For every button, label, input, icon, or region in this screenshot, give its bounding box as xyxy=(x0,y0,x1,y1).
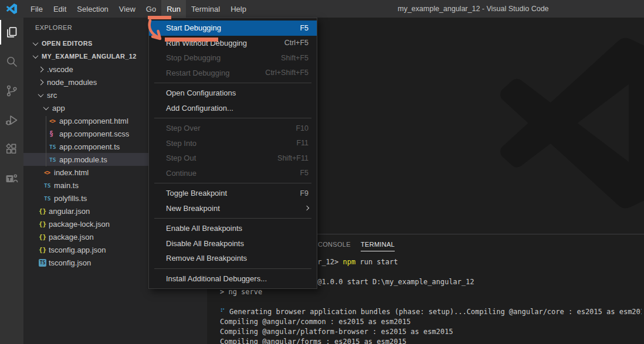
menu-item-label: Enable All Breakpoints xyxy=(166,224,309,233)
menu-item-open-configurations[interactable]: Open Configurations xyxy=(149,86,317,101)
tree-item-label: app.component.ts xyxy=(59,142,120,151)
tree-item-label: tsconfig.json xyxy=(49,258,91,267)
menu-item-start-debugging[interactable]: Start DebuggingF5 xyxy=(149,21,317,36)
menu-item-new-breakpoint[interactable]: New Breakpoint xyxy=(149,201,317,216)
chevron-right-icon xyxy=(38,79,44,85)
tree-item-label: src xyxy=(47,91,57,100)
tree-item-label: package.json xyxy=(49,233,94,241)
menu-item-install-additional-debuggers-[interactable]: Install Additional Debuggers... xyxy=(149,271,317,287)
activitybar-run-and-debug-icon[interactable] xyxy=(0,105,23,135)
annotation-arrow-icon xyxy=(146,19,167,42)
menu-item-step-out[interactable]: Step OutShift+F11 xyxy=(149,151,317,166)
tree-item-label: tsconfig.app.json xyxy=(49,246,106,254)
menu-item-stop-debugging[interactable]: Stop DebuggingShift+F5 xyxy=(149,50,317,66)
menubar-item-edit[interactable]: Edit xyxy=(48,0,72,18)
menu-item-shortcut: F11 xyxy=(296,139,309,147)
terminal-line: Compiling @angular/common : es2015 as es… xyxy=(220,317,642,327)
menubar-item-go[interactable]: Go xyxy=(141,0,161,18)
tree-item-label: index.html xyxy=(54,168,89,177)
menu-separator xyxy=(154,268,311,269)
menubar-item-run[interactable]: Run xyxy=(161,0,186,18)
menu-separator xyxy=(154,218,311,219)
menu-item-disable-all-breakpoints[interactable]: Disable All Breakpoints xyxy=(149,236,317,251)
menubar-item-terminal[interactable]: Terminal xyxy=(186,0,225,18)
menu-item-label: Step Into xyxy=(166,139,296,148)
activitybar-explorer-icon[interactable] xyxy=(0,18,23,47)
terminal-line xyxy=(220,297,642,307)
menu-item-label: Start Debugging xyxy=(166,23,300,32)
chevron-down-icon xyxy=(33,40,39,46)
menu-item-shortcut: F10 xyxy=(296,124,309,132)
chevron-right-icon xyxy=(38,66,44,72)
menu-item-shortcut: Shift+F11 xyxy=(277,154,309,162)
chevron-down-icon xyxy=(38,91,44,97)
chevron-down-icon xyxy=(43,104,49,110)
menu-item-step-into[interactable]: Step IntoF11 xyxy=(149,136,317,151)
tree-item-label: MY_EXAMPLE_ANGULAR_12 xyxy=(42,53,137,60)
tree-item-label: .vscode xyxy=(47,65,73,74)
submenu-chevron-icon xyxy=(304,206,309,210)
activitybar-source-control-icon[interactable] xyxy=(0,76,23,105)
terminal-line: Compiling @angular/forms : es2015 as esm… xyxy=(220,337,642,344)
menu-item-shortcut: F5 xyxy=(300,169,309,177)
menu-item-step-over[interactable]: Step OverF10 xyxy=(149,121,317,136)
ts-file-icon: TS xyxy=(44,182,54,189)
tree-item-label: OPEN EDITORS xyxy=(42,40,93,47)
tree-item-label: package-lock.json xyxy=(49,220,110,229)
menu-bar: FileEditSelectionViewGoRunTerminalHelp xyxy=(25,0,252,18)
menubar-item-view[interactable]: View xyxy=(114,0,141,18)
annotation-underline-start-debugging xyxy=(165,38,218,42)
menu-item-label: Restart Debugging xyxy=(166,69,265,77)
menu-item-remove-all-breakpoints[interactable]: Remove All Breakpoints xyxy=(149,251,317,266)
menubar-item-help[interactable]: Help xyxy=(225,0,252,18)
html-file-icon: <> xyxy=(49,118,59,124)
indent-guide xyxy=(46,116,46,166)
menu-item-toggle-breakpoint[interactable]: Toggle BreakpointF9 xyxy=(149,186,317,201)
menu-item-label: Toggle Breakpoint xyxy=(166,189,300,197)
menu-item-shortcut: Shift+F5 xyxy=(281,54,309,62)
terminal-line: ⠋ Generating browser application bundles… xyxy=(220,307,642,317)
menu-item-shortcut: F9 xyxy=(300,189,309,197)
tree-item-label: main.ts xyxy=(54,181,79,190)
menu-separator xyxy=(154,83,311,83)
menu-item-label: Remove All Breakpoints xyxy=(166,254,309,263)
menu-item-label: Open Configurations xyxy=(166,88,309,97)
menu-item-label: Continue xyxy=(166,169,300,178)
tree-item-label: angular.json xyxy=(49,207,90,216)
menubar-item-selection[interactable]: Selection xyxy=(72,0,113,18)
menu-item-label: Add Configuration... xyxy=(166,104,309,113)
menu-item-shortcut: Ctrl+F5 xyxy=(284,39,309,47)
ts-file-icon: TS xyxy=(44,195,54,202)
json-file-icon: {} xyxy=(39,220,49,228)
html-file-icon: <> xyxy=(44,169,54,176)
menu-item-add-configuration-[interactable]: Add Configuration... xyxy=(149,101,317,116)
title-bar: FileEditSelectionViewGoRunTerminalHelp m… xyxy=(0,0,644,18)
activitybar-search-icon[interactable] xyxy=(0,47,23,76)
menu-item-label: Stop Debugging xyxy=(166,53,281,62)
menubar-item-file[interactable]: File xyxy=(25,0,48,18)
menu-item-restart-debugging[interactable]: Restart DebuggingCtrl+Shift+F5 xyxy=(149,66,317,81)
tree-item-label: polyfills.ts xyxy=(54,194,87,203)
vscode-window: FileEditSelectionViewGoRunTerminalHelp m… xyxy=(0,0,644,344)
menu-item-shortcut: F5 xyxy=(300,24,309,32)
json-file-icon: {} xyxy=(39,246,49,254)
json-file-icon: {} xyxy=(39,207,49,215)
menu-item-enable-all-breakpoints[interactable]: Enable All Breakpoints xyxy=(149,221,317,236)
menu-item-label: New Breakpoint xyxy=(166,204,305,213)
activitybar-extensions-icon[interactable] xyxy=(0,135,23,164)
menu-item-label: Install Additional Debuggers... xyxy=(166,274,309,283)
menu-item-label: Disable All Breakpoints xyxy=(166,239,309,248)
tree-item-label: app.component.scss xyxy=(59,130,129,138)
window-title: my_example_angular_12 - Visual Studio Co… xyxy=(398,0,549,18)
menu-item-continue[interactable]: ContinueF5 xyxy=(149,166,317,181)
menu-item-label: Step Over xyxy=(166,124,296,132)
panel-tab-terminal[interactable]: TERMINAL xyxy=(361,234,395,254)
activitybar-teams-icon[interactable] xyxy=(0,164,23,193)
ts-file-icon: TS xyxy=(49,156,59,163)
chevron-down-icon xyxy=(33,53,39,59)
menu-item-label: Step Out xyxy=(166,154,277,162)
terminal-line: Compiling @angular/platform-browser : es… xyxy=(220,327,642,337)
tree-item-label: node_modules xyxy=(47,78,97,87)
vscode-watermark-icon xyxy=(500,38,644,209)
run-dropdown-menu: Start DebuggingF5Run Without DebuggingCt… xyxy=(148,18,317,289)
